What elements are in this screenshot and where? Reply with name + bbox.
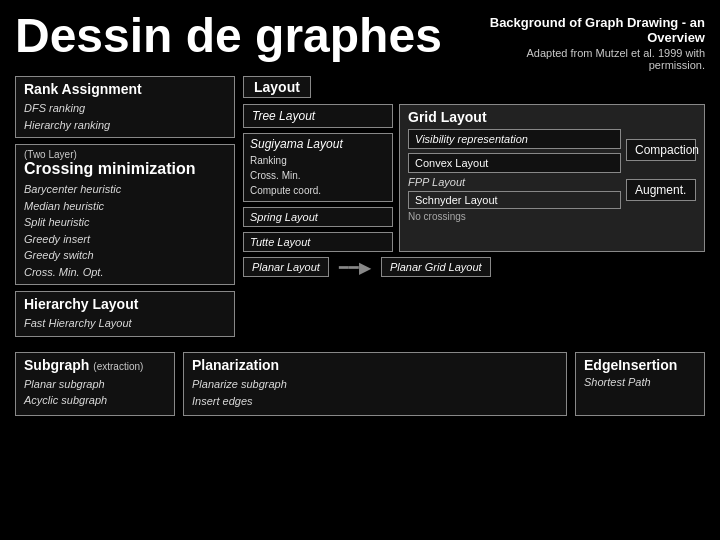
tree-layout-label: Tree Layout	[252, 109, 384, 123]
shortest-path-label: Shortest Path	[584, 376, 696, 388]
fast-hierarchy-layout: Fast Hierarchy Layout	[24, 315, 226, 332]
subgraph-extraction: (extraction)	[93, 361, 143, 372]
planar-subgraph: Planar subgraph	[24, 376, 166, 393]
planarization-title: Planarization	[192, 357, 558, 373]
grid-left-side: Visibility representation Convex Layout …	[408, 129, 621, 222]
subgraph-title: Subgraph	[24, 357, 89, 373]
grid-layout-area: Grid Layout Visibility representation Co…	[399, 104, 705, 252]
barycenter: Barycenter heuristic	[24, 181, 226, 198]
schnyder-box: Schnyder Layout	[408, 191, 621, 209]
rank-assignment-title: Rank Assignment	[24, 81, 226, 97]
compute-coord-item: Compute coord.	[250, 183, 386, 198]
crossing-minimization-box: (Two Layer) Crossing minimization Baryce…	[15, 144, 235, 285]
crossing-title: Crossing minimization	[24, 160, 226, 178]
insert-edges: Insert edges	[192, 393, 558, 411]
planar-grid-label: Planar Grid Layout	[390, 261, 482, 273]
rank-assignment-box: Rank Assignment DFS ranking Hierarchy ra…	[15, 76, 235, 138]
edge-insertion-box: EdgeInsertion Shortest Path	[575, 352, 705, 416]
planarize-subgraph: Planarize subgraph	[192, 376, 558, 394]
arrow-icon: ━━▶	[339, 258, 371, 277]
header: Dessin de graphes Background of Graph Dr…	[0, 0, 720, 76]
bg-title: Background of Graph Drawing - an Overvie…	[475, 15, 705, 45]
left-column: Rank Assignment DFS ranking Hierarchy ra…	[15, 76, 235, 343]
acyclic-subgraph: Acyclic subgraph	[24, 392, 166, 409]
hierarchy-layout-box: Hierarchy Layout Fast Hierarchy Layout	[15, 291, 235, 337]
header-right: Background of Graph Drawing - an Overvie…	[475, 10, 705, 71]
planar-layout-box: Planar Layout	[243, 257, 329, 277]
augment-label: Augment.	[635, 183, 686, 197]
no-crossings-label: No crossings	[408, 211, 621, 222]
main-content: Rank Assignment DFS ranking Hierarchy ra…	[0, 76, 720, 416]
left-layout-col: Tree Layout Sugiyama Layout Ranking Cros…	[243, 104, 393, 252]
schnyder-label: Schnyder Layout	[415, 194, 498, 206]
fpp-layout-label: FPP Layout	[408, 176, 621, 188]
planar-layout-label: Planar Layout	[252, 261, 320, 273]
tree-layout-box: Tree Layout	[243, 104, 393, 128]
adapted-text: Adapted from Mutzel et al. 1999 with per…	[526, 47, 705, 71]
top-area: Rank Assignment DFS ranking Hierarchy ra…	[15, 76, 705, 343]
sugiyama-title: Sugiyama Layout	[250, 137, 386, 151]
sugiyama-box: Sugiyama Layout Ranking Cross. Min. Comp…	[243, 133, 393, 202]
layout-label: Layout	[243, 76, 311, 98]
visibility-representation-box: Visibility representation	[408, 129, 621, 149]
cross-min-opt: Cross. Min. Opt.	[24, 264, 226, 281]
edge-insertion-title: EdgeInsertion	[584, 357, 696, 373]
subgraph-box: Subgraph (extraction) Planar subgraph Ac…	[15, 352, 175, 416]
augment-box: Augment.	[626, 179, 696, 201]
hierarchy-ranking: Hierarchy ranking	[24, 117, 226, 134]
grid-right-side: Compaction Augment.	[626, 129, 696, 222]
greedy-insert: Greedy insert	[24, 231, 226, 248]
greedy-switch: Greedy switch	[24, 247, 226, 264]
subgraph-title-row: Subgraph (extraction)	[24, 357, 166, 373]
visibility-label: Visibility representation	[415, 133, 528, 145]
right-layout: Layout Tree Layout Sugiyama Layout Ranki…	[243, 76, 705, 343]
planar-row: Planar Layout ━━▶ Planar Grid Layout	[243, 257, 705, 277]
hierarchy-layout-title: Hierarchy Layout	[24, 296, 226, 312]
planar-grid-layout-box: Planar Grid Layout	[381, 257, 491, 277]
spring-layout-label: Spring Layout	[250, 211, 318, 223]
tutte-layout-box: Tutte Layout	[243, 232, 393, 252]
split: Split heuristic	[24, 214, 226, 231]
tutte-layout-label: Tutte Layout	[250, 236, 310, 248]
cross-min-item: Cross. Min.	[250, 168, 386, 183]
median: Median heuristic	[24, 198, 226, 215]
grid-inner: Visibility representation Convex Layout …	[408, 129, 696, 222]
convex-layout-label: Convex Layout	[415, 157, 488, 169]
planarization-box: Planarization Planarize subgraph Insert …	[183, 352, 567, 416]
compaction-label: Compaction	[635, 143, 699, 157]
ranking-item: Ranking	[250, 153, 386, 168]
dfs-ranking: DFS ranking	[24, 100, 226, 117]
compaction-box: Compaction	[626, 139, 696, 161]
main-title: Dessin de graphes	[15, 10, 442, 63]
bottom-row: Subgraph (extraction) Planar subgraph Ac…	[15, 352, 705, 416]
grid-layout-title: Grid Layout	[408, 109, 696, 125]
spring-layout-box: Spring Layout	[243, 207, 393, 227]
convex-layout-box: Convex Layout	[408, 153, 621, 173]
two-layer-label: (Two Layer)	[24, 149, 226, 160]
tree-grid-row: Tree Layout Sugiyama Layout Ranking Cros…	[243, 104, 705, 252]
